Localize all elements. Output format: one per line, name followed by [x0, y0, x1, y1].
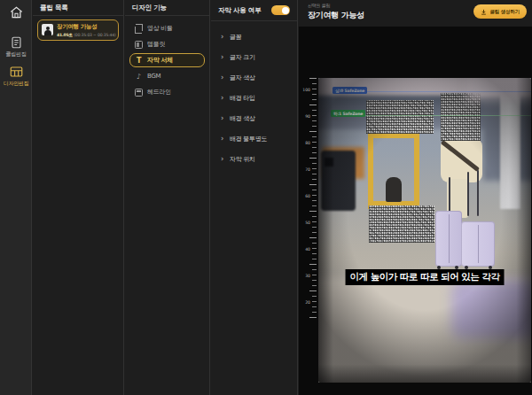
chevron-right-icon: › [221, 114, 223, 122]
pixelated-face-block [441, 93, 481, 141]
chevron-right-icon: › [221, 33, 223, 41]
accordion-bg-type[interactable]: ›배경 타입 [211, 88, 297, 108]
lavender-blur-blob [451, 280, 531, 338]
template-icon [135, 41, 143, 49]
suitcase-handle-rod [477, 170, 479, 216]
sidebar-item-label: 클립편집 [0, 50, 32, 58]
ruler-label: 20 [305, 300, 310, 305]
ruler-label: 90 [305, 114, 310, 119]
accordion-label: 배경 불투명도 [230, 135, 267, 143]
design-edit-icon [10, 66, 23, 78]
menu-item-label: 영상 비율 [147, 24, 173, 33]
clip-duration: 41.05초 [57, 33, 73, 37]
dark-luggage [321, 151, 356, 211]
subtitle-settings-panel: 자막 사용 여부 ›글꼴 ›글자 크기 ›글자 색상 ›배경 타입 ›배경 색상… [211, 0, 298, 395]
toggle-knob [282, 7, 289, 14]
chevron-right-icon: › [221, 94, 223, 102]
menu-item-label: 자막 서체 [147, 56, 173, 65]
white-pillar [500, 92, 520, 209]
headline-icon [135, 89, 143, 97]
menu-item-subtitle-style[interactable]: T 자막 서체 [129, 53, 205, 67]
ruler-label: 100 [302, 88, 310, 92]
accordion-font-size[interactable]: ›글자 크기 [211, 47, 297, 67]
pixelated-block [366, 100, 434, 134]
accordion-label: 글자 크기 [230, 53, 255, 62]
clip-list-item[interactable]: 장기여행 가능성 41.05초 (00:35:03 ~ 00:35:44) [37, 19, 119, 41]
suitcase-handle-rod [449, 177, 450, 214]
clip-list-header: 클립 목록 [33, 0, 123, 16]
ruler-label: 30 [305, 274, 310, 278]
design-menu-panel: 디자인 기능 영상 비율 템플릿 T 자막 서체 ♪ BGM 헤드라인 [125, 0, 210, 395]
clip-meta: 41.05초 (00:35:03 ~ 00:35:44) [57, 33, 114, 37]
menu-item-bgm[interactable]: ♪ BGM [129, 69, 205, 83]
ruler-label: 40 [305, 247, 310, 252]
menu-item-aspect-ratio[interactable]: 영상 비율 [129, 21, 205, 35]
chevron-right-icon: › [221, 53, 223, 61]
create-clip-label: 클립 생성하기 [489, 9, 520, 15]
safezone-badge-top[interactable]: 상:0 SafeZone [332, 87, 367, 94]
download-icon [481, 9, 487, 15]
top-right-blur [467, 78, 531, 99]
ruler-ticks [312, 78, 317, 321]
text-style-icon: T [135, 57, 143, 65]
bgm-icon: ♪ [135, 73, 143, 81]
video-preview[interactable]: 상:0 SafeZone 하:1 SafeZone 이게 높이가 따로 따로 되… [318, 78, 531, 383]
preview-stage: 선택된 클립 장기여행 가능성 클립 생성하기 100 90 80 70 60 … [299, 0, 532, 395]
accordion-label: 글자 색상 [230, 74, 255, 82]
accordion-bg-color[interactable]: ›배경 색상 [211, 108, 297, 128]
bag-silhouette [386, 177, 402, 202]
home-button[interactable] [0, 6, 32, 19]
ruler-label: 50 [305, 221, 310, 225]
clip-list-panel: 클립 목록 장기여행 가능성 41.05초 (00:35:03 ~ 00:35:… [33, 0, 124, 395]
accordion-label: 배경 타입 [230, 94, 255, 103]
lavender-suitcase [435, 211, 462, 267]
clip-thumbnail [42, 24, 53, 35]
accordion-subtitle-position[interactable]: ›자막 위치 [211, 149, 297, 169]
accordion-font[interactable]: ›글꼴 [211, 27, 297, 47]
ruler-label: 60 [305, 194, 310, 198]
design-menu-header: 디자인 기능 [125, 0, 209, 16]
ruler-label: 80 [305, 141, 310, 145]
ruler-label: 70 [305, 167, 310, 172]
sidebar-item-design-edit[interactable]: 디자인편집 [0, 66, 32, 88]
accordion-label: 글꼴 [230, 33, 241, 42]
sidebar-item-label: 디자인편집 [0, 80, 32, 88]
clip-time-range: (00:35:03 ~ 00:35:44) [74, 33, 115, 37]
vertical-ruler: 100 90 80 70 60 50 40 30 20 [301, 78, 317, 321]
home-icon [10, 6, 23, 19]
chevron-right-icon: › [221, 135, 223, 143]
subtitle-overlay[interactable]: 이게 높이가 따로 따로 되어 있는 각각 [346, 269, 505, 285]
chevron-right-icon: › [221, 155, 223, 163]
stage-header: 선택된 클립 장기여행 가능성 클립 생성하기 [299, 0, 532, 27]
menu-item-headline[interactable]: 헤드라인 [129, 85, 205, 99]
subtitle-use-toggle[interactable] [271, 5, 290, 15]
lavender-suitcase [461, 221, 495, 267]
subtitle-toggle-label: 자막 사용 여부 [218, 0, 262, 21]
chevron-right-icon: › [221, 74, 223, 81]
accordion-label: 배경 색상 [230, 114, 255, 123]
clip-edit-icon [11, 36, 22, 49]
sidebar-item-clip-edit[interactable]: 클립편집 [0, 36, 32, 58]
aspect-ratio-icon [135, 25, 143, 33]
pixelated-block [369, 205, 434, 243]
app-window: 클립편집 디자인편집 클립 목록 장기여행 가능성 41.05초 (00:35:… [0, 0, 532, 395]
accordion-bg-opacity[interactable]: ›배경 불투명도 [211, 128, 297, 149]
menu-item-label: 템플릿 [147, 40, 165, 49]
menu-item-label: BGM [147, 73, 160, 80]
safezone-badge-bottom[interactable]: 하:1 SafeZone [331, 110, 365, 117]
menu-item-template[interactable]: 템플릿 [129, 37, 205, 51]
icon-sidebar: 클립편집 디자인편집 [0, 0, 32, 395]
suitcase-handle-rod [467, 172, 469, 216]
menu-item-label: 헤드라인 [147, 88, 171, 97]
clip-title: 장기여행 가능성 [57, 23, 114, 31]
accordion-font-color[interactable]: ›글자 색상 [211, 67, 297, 88]
accordion-label: 자막 위치 [230, 155, 255, 164]
create-clip-button[interactable]: 클립 생성하기 [473, 4, 527, 19]
